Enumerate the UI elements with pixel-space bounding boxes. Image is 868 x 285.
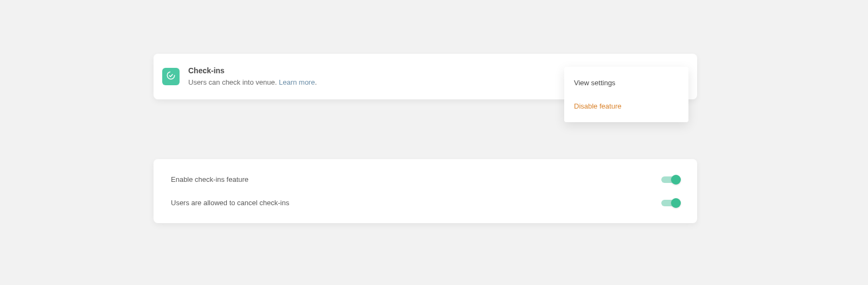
- setting-label: Enable check-ins feature: [171, 175, 248, 183]
- svg-point-0: [167, 72, 175, 79]
- header-description: Users can check into venue. Learn more.: [188, 78, 317, 87]
- header-desc-period: .: [315, 78, 317, 86]
- check-circle-icon: [166, 71, 176, 83]
- checkins-icon-box: [162, 68, 180, 85]
- checkins-settings-card: Enable check-ins feature Users are allow…: [154, 159, 697, 223]
- toggle-enable-checkins[interactable]: [661, 176, 680, 183]
- setting-row-enable-checkins: Enable check-ins feature: [171, 168, 680, 191]
- setting-row-cancel-checkins: Users are allowed to cancel check-ins: [171, 191, 680, 214]
- header-desc-text: Users can check into venue.: [188, 78, 277, 86]
- setting-label: Users are allowed to cancel check-ins: [171, 199, 289, 207]
- menu-item-view-settings[interactable]: View settings: [564, 71, 688, 94]
- toggle-knob: [671, 198, 681, 208]
- header-text-block: Check-ins Users can check into venue. Le…: [188, 66, 317, 87]
- toggle-knob: [671, 175, 681, 185]
- learn-more-link[interactable]: Learn more: [279, 78, 315, 86]
- toggle-cancel-checkins[interactable]: [661, 200, 680, 206]
- header-title: Check-ins: [188, 66, 317, 77]
- menu-item-disable-feature[interactable]: Disable feature: [564, 94, 688, 118]
- actions-dropdown-menu: View settings Disable feature: [564, 67, 688, 122]
